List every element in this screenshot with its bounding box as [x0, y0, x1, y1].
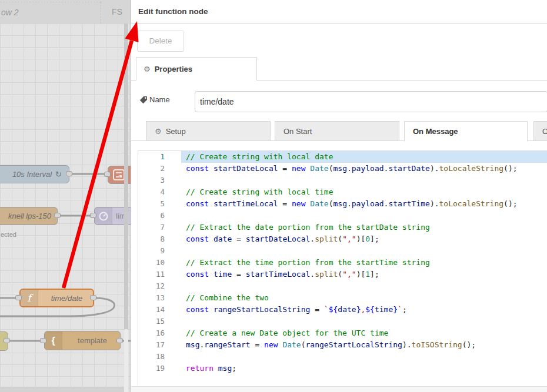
code-line-text: const time = startTimeLocal.split(",")[1…: [181, 269, 547, 280]
output-port[interactable]: [54, 213, 61, 218]
code-line[interactable]: 3: [138, 175, 547, 186]
code-line[interactable]: 1// Create string with local date: [138, 151, 547, 163]
code-line-text: return msg;: [181, 363, 547, 374]
node-label: time/date: [44, 290, 89, 306]
code-line[interactable]: 19return msg;: [138, 363, 547, 374]
line-number: 15: [138, 316, 165, 327]
line-number: 5: [138, 198, 165, 210]
output-port[interactable]: [90, 295, 96, 300]
serial-device-icon: [112, 169, 125, 181]
code-line[interactable]: 14const rangeStartLocalString = `${date}…: [138, 304, 547, 316]
tab-on-stop-label: On Stop: [542, 127, 547, 136]
code-line[interactable]: 18: [138, 351, 547, 363]
code-line[interactable]: 11const time = startTimeLocal.split(",")…: [138, 269, 547, 280]
code-editor[interactable]: 1// Create string with local date2const …: [138, 150, 547, 386]
repeat-icon: ↻: [55, 170, 62, 179]
line-number: 14: [138, 304, 165, 316]
code-line-text: const date = startDateLocal.split(",")[0…: [181, 233, 547, 245]
code-line-text: // Extract the date portion from the sta…: [181, 222, 547, 233]
input-port[interactable]: [90, 213, 96, 218]
tab-on-start-label: On Start: [283, 127, 312, 136]
code-line-text: // Extract the time portion from the sta…: [181, 257, 547, 269]
tab-on-message[interactable]: On Message: [404, 121, 528, 142]
code-line[interactable]: 13// Combine the two: [138, 292, 547, 304]
code-line[interactable]: 5const startTimeLocal = new Date(msg.pay…: [138, 198, 547, 210]
name-input[interactable]: [195, 91, 547, 112]
tab-on-message-label: On Message: [413, 127, 458, 136]
node-function-time-date[interactable]: f time/date: [19, 289, 94, 307]
code-line-text: // Combine the two: [181, 292, 547, 304]
code-line[interactable]: 9: [138, 245, 547, 257]
tab-on-start[interactable]: On Start: [275, 121, 399, 141]
node-label: template: [68, 331, 116, 350]
line-number: 2: [138, 163, 165, 175]
code-line[interactable]: 16// Create a new Date object for the UT…: [138, 327, 547, 339]
line-number: 8: [138, 233, 165, 245]
node-inject-10s-interval[interactable]: 10s Interval↻: [0, 165, 69, 183]
line-number: 1: [138, 151, 165, 163]
edit-function-node-dialog: Edit function node Delete ⚙ Properties N…: [131, 0, 547, 392]
node-label: 10s Interval: [12, 170, 52, 179]
line-number: 18: [138, 351, 165, 363]
code-line[interactable]: 6: [138, 210, 547, 222]
dialog-header: Edit function node: [131, 0, 547, 24]
line-number: 16: [138, 327, 165, 339]
node-template[interactable]: { template: [44, 331, 121, 350]
delete-button[interactable]: Delete: [137, 31, 184, 52]
line-number: 6: [138, 210, 165, 222]
dialog-footer: [131, 386, 547, 392]
code-line-text: msg.rangeStart = new Date(rangeStartLoca…: [181, 339, 547, 351]
name-form-row: Name: [131, 88, 547, 115]
code-line-text: const rangeStartLocalString = `${date},$…: [181, 304, 547, 316]
flow-canvas[interactable]: ow 2 FS 10s Interval↻: [0, 0, 131, 392]
dialog-title: Edit function node: [138, 7, 208, 16]
code-line[interactable]: 15: [138, 316, 547, 327]
input-port[interactable]: [40, 338, 46, 343]
code-line-text: // Create string with local date: [181, 151, 547, 163]
output-port[interactable]: [4, 338, 10, 343]
tag-icon: [139, 96, 148, 104]
line-number: 19: [138, 363, 165, 374]
line-number: 17: [138, 339, 165, 351]
scrollbar-thumb[interactable]: [124, 329, 128, 392]
code-line[interactable]: 10// Extract the time portion from the s…: [138, 257, 547, 269]
template-brace-icon: {: [45, 331, 62, 350]
line-number: 3: [138, 175, 165, 186]
code-line-text: // Create string with local time: [181, 186, 547, 198]
code-line[interactable]: 4// Create string with local time: [138, 186, 547, 198]
input-port[interactable]: [15, 295, 22, 300]
code-line[interactable]: 17msg.rangeStart = new Date(rangeStartLo…: [138, 339, 547, 351]
node-knell-lps-150[interactable]: knell lps-150: [0, 207, 58, 225]
input-port[interactable]: [104, 172, 111, 177]
code-line[interactable]: 12: [138, 280, 547, 292]
tab-properties[interactable]: ⚙ Properties: [136, 57, 257, 81]
line-number: 11: [138, 269, 165, 280]
code-line-text: const startTimeLocal = new Date(msg.payl…: [181, 198, 547, 210]
code-line[interactable]: 7// Extract the date portion from the st…: [138, 222, 547, 233]
gear-icon: ⚙: [155, 127, 162, 136]
output-port[interactable]: [66, 171, 72, 176]
node-label: knell lps-150: [8, 207, 51, 225]
code-line[interactable]: 8const date = startDateLocal.split(",")[…: [138, 233, 547, 245]
code-line-text: const startDateLocal = new Date(msg.payl…: [181, 163, 547, 175]
node-status-text: ected: [1, 231, 16, 238]
canvas-horizontal-scrollbar[interactable]: [0, 387, 124, 392]
line-number: 13: [138, 292, 165, 304]
line-number: 9: [138, 245, 165, 257]
name-label: Name: [149, 95, 170, 104]
tab-on-stop[interactable]: On Stop: [533, 121, 547, 141]
gear-icon: ⚙: [144, 65, 151, 73]
output-port[interactable]: [116, 338, 123, 343]
node-red-editor: ow 2 FS 10s Interval↻: [0, 0, 547, 392]
code-line-text: // Create a new Date object for the UTC …: [181, 327, 547, 339]
function-tabs: ⚙ Setup On Start On Message On Stop: [131, 121, 547, 141]
tab-setup-label: Setup: [166, 127, 186, 136]
canvas-vertical-scrollbar[interactable]: [124, 24, 128, 392]
code-line[interactable]: 2const startDateLocal = new Date(msg.pay…: [138, 163, 547, 175]
function-icon: f: [21, 290, 38, 306]
line-number: 10: [138, 257, 165, 269]
tab-properties-label: Properties: [155, 65, 192, 73]
line-number: 4: [138, 186, 165, 198]
line-number: 7: [138, 222, 165, 233]
tab-setup[interactable]: ⚙ Setup: [146, 121, 271, 141]
